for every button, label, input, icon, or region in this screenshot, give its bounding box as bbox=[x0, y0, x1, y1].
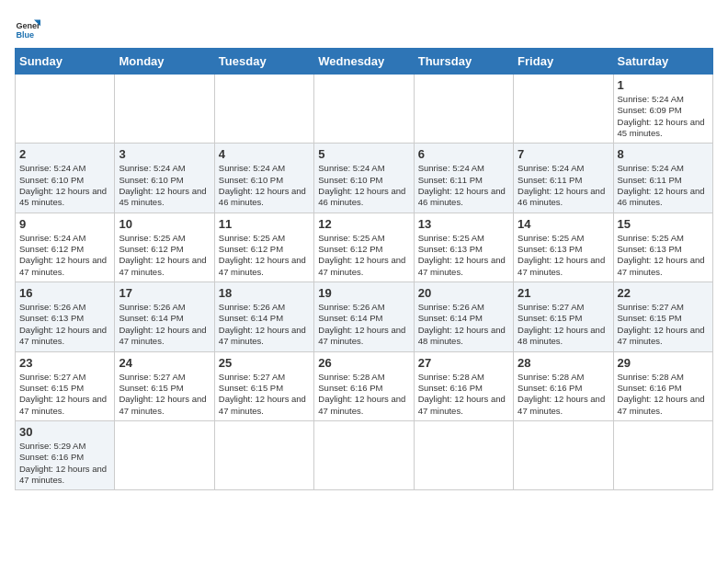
empty-cell bbox=[16, 75, 115, 144]
day-cell-14: 14Sunrise: 5:25 AMSunset: 6:13 PMDayligh… bbox=[514, 213, 613, 282]
day-cell-20: 20Sunrise: 5:26 AMSunset: 6:14 PMDayligh… bbox=[414, 282, 513, 351]
day-info-15: Sunrise: 5:25 AMSunset: 6:13 PMDaylight:… bbox=[618, 233, 709, 278]
day-cell-23: 23Sunrise: 5:27 AMSunset: 6:15 PMDayligh… bbox=[16, 351, 115, 420]
day-info-29: Sunrise: 5:28 AMSunset: 6:16 PMDaylight:… bbox=[618, 372, 709, 417]
day-cell-6: 6Sunrise: 5:24 AMSunset: 6:11 PMDaylight… bbox=[414, 144, 513, 213]
day-cell-24: 24Sunrise: 5:27 AMSunset: 6:15 PMDayligh… bbox=[115, 351, 214, 420]
weekday-header-row: Sunday Monday Tuesday Wednesday Thursday… bbox=[16, 49, 713, 75]
day-number-10: 10 bbox=[119, 217, 210, 231]
day-info-1: Sunrise: 5:24 AMSunset: 6:09 PMDaylight:… bbox=[618, 94, 709, 139]
svg-text:Blue: Blue bbox=[16, 30, 34, 40]
day-number-4: 4 bbox=[219, 147, 310, 161]
day-cell-15: 15Sunrise: 5:25 AMSunset: 6:13 PMDayligh… bbox=[613, 213, 712, 282]
day-info-18: Sunrise: 5:26 AMSunset: 6:14 PMDaylight:… bbox=[219, 302, 310, 347]
week-row-6: 30Sunrise: 5:29 AMSunset: 6:16 PMDayligh… bbox=[16, 420, 713, 489]
day-cell-13: 13Sunrise: 5:25 AMSunset: 6:13 PMDayligh… bbox=[414, 213, 513, 282]
empty-cell bbox=[115, 420, 214, 489]
day-cell-2: 2Sunrise: 5:24 AMSunset: 6:10 PMDaylight… bbox=[16, 144, 115, 213]
day-info-14: Sunrise: 5:25 AMSunset: 6:13 PMDaylight:… bbox=[518, 233, 609, 278]
day-cell-9: 9Sunrise: 5:24 AMSunset: 6:12 PMDaylight… bbox=[16, 213, 115, 282]
day-cell-11: 11Sunrise: 5:25 AMSunset: 6:12 PMDayligh… bbox=[214, 213, 313, 282]
day-number-12: 12 bbox=[318, 217, 409, 231]
day-info-16: Sunrise: 5:26 AMSunset: 6:13 PMDaylight:… bbox=[19, 302, 110, 347]
day-number-7: 7 bbox=[518, 147, 609, 161]
day-info-12: Sunrise: 5:25 AMSunset: 6:12 PMDaylight:… bbox=[318, 233, 409, 278]
week-row-1: 1Sunrise: 5:24 AMSunset: 6:09 PMDaylight… bbox=[16, 75, 713, 144]
day-info-6: Sunrise: 5:24 AMSunset: 6:11 PMDaylight:… bbox=[418, 163, 509, 208]
calendar-table: Sunday Monday Tuesday Wednesday Thursday… bbox=[15, 48, 713, 490]
day-number-5: 5 bbox=[318, 147, 409, 161]
day-cell-19: 19Sunrise: 5:26 AMSunset: 6:14 PMDayligh… bbox=[314, 282, 414, 351]
day-number-16: 16 bbox=[19, 286, 110, 300]
header: General Blue bbox=[15, 15, 713, 40]
empty-cell bbox=[414, 75, 513, 144]
header-monday: Monday bbox=[115, 49, 214, 75]
day-info-22: Sunrise: 5:27 AMSunset: 6:15 PMDaylight:… bbox=[618, 302, 709, 347]
day-number-20: 20 bbox=[418, 286, 509, 300]
day-info-28: Sunrise: 5:28 AMSunset: 6:16 PMDaylight:… bbox=[518, 372, 609, 417]
day-info-20: Sunrise: 5:26 AMSunset: 6:14 PMDaylight:… bbox=[418, 302, 509, 347]
week-row-4: 16Sunrise: 5:26 AMSunset: 6:13 PMDayligh… bbox=[16, 282, 713, 351]
day-cell-10: 10Sunrise: 5:25 AMSunset: 6:12 PMDayligh… bbox=[115, 213, 214, 282]
header-saturday: Saturday bbox=[613, 49, 712, 75]
day-info-10: Sunrise: 5:25 AMSunset: 6:12 PMDaylight:… bbox=[119, 233, 210, 278]
empty-cell bbox=[214, 75, 313, 144]
day-cell-3: 3Sunrise: 5:24 AMSunset: 6:10 PMDaylight… bbox=[115, 144, 214, 213]
day-number-13: 13 bbox=[418, 217, 509, 231]
day-number-11: 11 bbox=[219, 217, 310, 231]
day-info-9: Sunrise: 5:24 AMSunset: 6:12 PMDaylight:… bbox=[19, 233, 110, 278]
day-info-23: Sunrise: 5:27 AMSunset: 6:15 PMDaylight:… bbox=[19, 372, 110, 417]
day-number-21: 21 bbox=[518, 286, 609, 300]
day-info-25: Sunrise: 5:27 AMSunset: 6:15 PMDaylight:… bbox=[219, 372, 310, 417]
day-info-17: Sunrise: 5:26 AMSunset: 6:14 PMDaylight:… bbox=[119, 302, 210, 347]
svg-text:General: General bbox=[16, 21, 40, 30]
day-cell-22: 22Sunrise: 5:27 AMSunset: 6:15 PMDayligh… bbox=[613, 282, 712, 351]
day-number-29: 29 bbox=[618, 356, 709, 370]
day-cell-30: 30Sunrise: 5:29 AMSunset: 6:16 PMDayligh… bbox=[16, 420, 115, 489]
empty-cell bbox=[514, 75, 613, 144]
day-number-15: 15 bbox=[618, 217, 709, 231]
day-number-24: 24 bbox=[119, 356, 210, 370]
day-number-17: 17 bbox=[119, 286, 210, 300]
day-number-6: 6 bbox=[418, 147, 509, 161]
empty-cell bbox=[613, 420, 712, 489]
week-row-2: 2Sunrise: 5:24 AMSunset: 6:10 PMDaylight… bbox=[16, 144, 713, 213]
day-info-4: Sunrise: 5:24 AMSunset: 6:10 PMDaylight:… bbox=[219, 163, 310, 208]
day-number-2: 2 bbox=[19, 147, 110, 161]
day-cell-27: 27Sunrise: 5:28 AMSunset: 6:16 PMDayligh… bbox=[414, 351, 513, 420]
day-info-24: Sunrise: 5:27 AMSunset: 6:15 PMDaylight:… bbox=[119, 372, 210, 417]
day-info-3: Sunrise: 5:24 AMSunset: 6:10 PMDaylight:… bbox=[119, 163, 210, 208]
day-cell-28: 28Sunrise: 5:28 AMSunset: 6:16 PMDayligh… bbox=[514, 351, 613, 420]
day-info-13: Sunrise: 5:25 AMSunset: 6:13 PMDaylight:… bbox=[418, 233, 509, 278]
day-number-28: 28 bbox=[518, 356, 609, 370]
day-cell-4: 4Sunrise: 5:24 AMSunset: 6:10 PMDaylight… bbox=[214, 144, 313, 213]
day-number-22: 22 bbox=[618, 286, 709, 300]
day-number-3: 3 bbox=[119, 147, 210, 161]
day-number-1: 1 bbox=[618, 78, 709, 92]
day-info-5: Sunrise: 5:24 AMSunset: 6:10 PMDaylight:… bbox=[318, 163, 409, 208]
header-tuesday: Tuesday bbox=[214, 49, 313, 75]
day-number-25: 25 bbox=[219, 356, 310, 370]
header-sunday: Sunday bbox=[16, 49, 115, 75]
empty-cell bbox=[115, 75, 214, 144]
day-cell-17: 17Sunrise: 5:26 AMSunset: 6:14 PMDayligh… bbox=[115, 282, 214, 351]
day-cell-16: 16Sunrise: 5:26 AMSunset: 6:13 PMDayligh… bbox=[16, 282, 115, 351]
week-row-3: 9Sunrise: 5:24 AMSunset: 6:12 PMDaylight… bbox=[16, 213, 713, 282]
day-cell-8: 8Sunrise: 5:24 AMSunset: 6:11 PMDaylight… bbox=[613, 144, 712, 213]
day-info-26: Sunrise: 5:28 AMSunset: 6:16 PMDaylight:… bbox=[318, 372, 409, 417]
day-number-19: 19 bbox=[318, 286, 409, 300]
day-cell-7: 7Sunrise: 5:24 AMSunset: 6:11 PMDaylight… bbox=[514, 144, 613, 213]
day-info-8: Sunrise: 5:24 AMSunset: 6:11 PMDaylight:… bbox=[618, 163, 709, 208]
day-number-18: 18 bbox=[219, 286, 310, 300]
day-number-26: 26 bbox=[318, 356, 409, 370]
header-thursday: Thursday bbox=[414, 49, 513, 75]
logo-icon: General Blue bbox=[15, 15, 40, 40]
day-info-7: Sunrise: 5:24 AMSunset: 6:11 PMDaylight:… bbox=[518, 163, 609, 208]
day-cell-18: 18Sunrise: 5:26 AMSunset: 6:14 PMDayligh… bbox=[214, 282, 313, 351]
day-number-30: 30 bbox=[19, 425, 110, 439]
day-info-11: Sunrise: 5:25 AMSunset: 6:12 PMDaylight:… bbox=[219, 233, 310, 278]
week-row-5: 23Sunrise: 5:27 AMSunset: 6:15 PMDayligh… bbox=[16, 351, 713, 420]
empty-cell bbox=[514, 420, 613, 489]
day-info-19: Sunrise: 5:26 AMSunset: 6:14 PMDaylight:… bbox=[318, 302, 409, 347]
header-wednesday: Wednesday bbox=[314, 49, 414, 75]
